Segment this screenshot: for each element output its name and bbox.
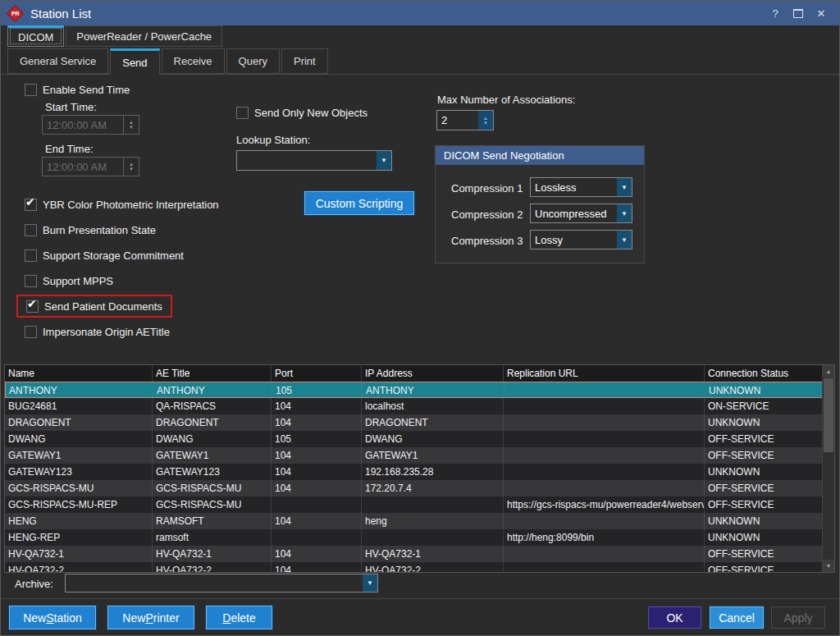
table-row[interactable]: ANTHONYANTHONY105ANTHONYUNKNOWN bbox=[5, 382, 834, 398]
table-row[interactable]: BUG24681QA-RISPACS104localhostON-SERVICE bbox=[5, 398, 834, 414]
dropdown-arrow-icon[interactable]: ▼ bbox=[617, 204, 632, 222]
checkbox[interactable] bbox=[25, 224, 37, 236]
table-cell: 104 bbox=[272, 513, 362, 529]
checkbox[interactable] bbox=[25, 326, 37, 338]
start-time-spinner[interactable]: ▲▼ bbox=[123, 116, 139, 134]
help-icon[interactable]: ? bbox=[764, 4, 787, 22]
column-header[interactable]: Name bbox=[5, 365, 153, 382]
table-cell bbox=[504, 546, 705, 562]
tab-dicom[interactable]: DICOM bbox=[7, 25, 64, 47]
table-cell: GCS-RISPACS-MU-REP bbox=[5, 496, 153, 513]
apply-button: Apply bbox=[771, 606, 825, 629]
table-cell: BUG24681 bbox=[5, 398, 153, 414]
column-header[interactable]: AE Title bbox=[153, 365, 272, 382]
checkbox-option[interactable]: Support MPPS bbox=[16, 269, 121, 292]
checkbox[interactable] bbox=[25, 249, 37, 262]
compression2-select[interactable]: Uncompressed ▼ bbox=[530, 204, 632, 223]
send-only-new-objects-checkbox[interactable] bbox=[236, 107, 249, 119]
tab-print[interactable]: Print bbox=[281, 48, 328, 74]
vertical-scrollbar[interactable]: ▲ ▼ bbox=[822, 365, 834, 572]
send-only-new-objects-option[interactable]: Send Only New Objects bbox=[228, 101, 376, 124]
checkbox-option[interactable]: Send Patient Documents bbox=[16, 295, 172, 318]
scroll-up-icon[interactable]: ▲ bbox=[823, 365, 834, 377]
custom-scripting-button[interactable]: Custom Scripting bbox=[304, 191, 414, 215]
column-header[interactable]: Connection Status bbox=[705, 365, 823, 382]
table-row[interactable]: GATEWAY1GATEWAY1104GATEWAY1OFF-SERVICE bbox=[5, 447, 834, 464]
checkbox-option[interactable]: YBR Color Photometric Interpretation bbox=[16, 193, 227, 216]
tab-query[interactable]: Query bbox=[226, 48, 280, 74]
table-cell bbox=[504, 562, 705, 573]
table-cell: UNKNOWN bbox=[705, 382, 824, 397]
table-cell bbox=[504, 431, 705, 447]
table-cell: GATEWAY1 bbox=[153, 447, 272, 464]
table-row[interactable]: HV-QA732-1HV-QA732-1104HV-QA732-1OFF-SER… bbox=[5, 546, 834, 562]
table-cell bbox=[362, 496, 504, 513]
table-cell: HENG bbox=[5, 513, 153, 529]
start-time-input[interactable]: 12:00:00 AM ▲▼ bbox=[42, 115, 139, 135]
tab-powerreader-powercache[interactable]: PowerReader / PowerCache bbox=[66, 25, 222, 47]
dropdown-arrow-icon[interactable]: ▼ bbox=[617, 231, 632, 249]
tab-send[interactable]: Send bbox=[110, 48, 159, 75]
compression3-select[interactable]: Lossy ▼ bbox=[530, 230, 632, 249]
lookup-station-select[interactable]: ▼ bbox=[236, 150, 392, 171]
table-row[interactable]: HV-QA732-2HV-QA732-2104HV-QA732-2OFF-SER… bbox=[5, 562, 834, 573]
table-row[interactable]: HENGRAMSOFT104hengUNKNOWN bbox=[5, 513, 834, 529]
delete-button[interactable]: Delete bbox=[206, 606, 272, 629]
checkbox-option[interactable]: Burn Presentation State bbox=[16, 218, 164, 241]
table-body: ANTHONYANTHONY105ANTHONYUNKNOWNBUG24681Q… bbox=[5, 382, 834, 573]
send-only-new-objects-label: Send Only New Objects bbox=[254, 107, 368, 119]
column-header[interactable]: IP Address bbox=[362, 365, 504, 382]
table-cell bbox=[504, 382, 705, 397]
ok-button[interactable]: OK bbox=[648, 606, 701, 629]
column-header[interactable]: Replication URL bbox=[504, 365, 705, 382]
checkbox-label: Impersonate Origin AETitle bbox=[43, 326, 170, 338]
max-associations-spinner[interactable]: ▲▼ bbox=[478, 111, 493, 130]
checkbox-option[interactable]: Support Storage Commitment bbox=[16, 244, 192, 267]
enable-send-time-checkbox[interactable] bbox=[25, 84, 37, 96]
table-cell: GATEWAY123 bbox=[5, 464, 153, 480]
tab-general-service[interactable]: General Service bbox=[7, 48, 108, 74]
table-row[interactable]: DRAGONENTDRAGONENT104DRAGONENTUNKNOWN bbox=[5, 414, 834, 431]
compression1-select[interactable]: Lossless ▼ bbox=[530, 177, 632, 197]
checkbox[interactable] bbox=[26, 300, 39, 313]
compression2-label: Compression 2 bbox=[451, 208, 523, 221]
new-printer-button[interactable]: New Printer bbox=[107, 606, 194, 629]
scroll-down-icon[interactable]: ▼ bbox=[823, 560, 834, 572]
maximize-icon[interactable] bbox=[787, 4, 810, 22]
tab-receive[interactable]: Receive bbox=[162, 48, 225, 74]
table-cell: GCS-RISPACS-MU bbox=[5, 480, 153, 496]
checkbox[interactable] bbox=[25, 275, 37, 287]
column-header[interactable]: Port bbox=[272, 365, 362, 382]
archive-select[interactable]: ▼ bbox=[65, 574, 378, 593]
table-row[interactable]: HENG-REPramsofthttp://heng:8099/binUNKNO… bbox=[5, 529, 834, 546]
table-row[interactable]: GCS-RISPACS-MUGCS-RISPACS-MU104172.20.7.… bbox=[5, 480, 834, 496]
enable-send-time-option[interactable]: Enable Send Time bbox=[16, 78, 138, 101]
table-row[interactable]: GCS-RISPACS-MU-REPGCS-RISPACS-MUhttps://… bbox=[5, 496, 834, 513]
checkbox-option[interactable]: Impersonate Origin AETitle bbox=[16, 320, 178, 343]
table-cell: QA-RISPACS bbox=[153, 398, 272, 414]
end-time-input[interactable]: 12:00:00 AM ▲▼ bbox=[42, 157, 139, 176]
dropdown-arrow-icon[interactable]: ▼ bbox=[363, 574, 377, 592]
table-cell: 104 bbox=[272, 480, 362, 496]
table-cell: 104 bbox=[272, 414, 362, 431]
new-station-button[interactable]: New Station bbox=[9, 606, 96, 629]
close-icon[interactable]: ✕ bbox=[810, 4, 833, 22]
dropdown-arrow-icon[interactable]: ▼ bbox=[617, 178, 632, 196]
table-cell: GATEWAY1 bbox=[5, 447, 153, 464]
checkbox[interactable] bbox=[25, 199, 37, 211]
table-cell bbox=[504, 398, 705, 414]
table-cell: UNKNOWN bbox=[705, 513, 823, 529]
dropdown-arrow-icon[interactable]: ▼ bbox=[377, 151, 391, 170]
table-row[interactable]: DWANGDWANG105DWANGOFF-SERVICE bbox=[5, 431, 834, 447]
table-row[interactable]: GATEWAY123GATEWAY123104192.168.235.28UNK… bbox=[5, 464, 834, 480]
table-cell: ON-SERVICE bbox=[705, 398, 823, 414]
end-time-spinner[interactable]: ▲▼ bbox=[123, 158, 139, 176]
scrollbar-thumb[interactable] bbox=[824, 378, 833, 452]
cancel-button[interactable]: Cancel bbox=[710, 606, 764, 629]
table-cell: OFF-SERVICE bbox=[705, 496, 823, 513]
table-cell: 104 bbox=[272, 447, 362, 464]
compression3-label: Compression 3 bbox=[451, 235, 523, 247]
table-cell bbox=[504, 480, 705, 496]
main-tab-strip: DICOM PowerReader / PowerCache bbox=[7, 25, 222, 47]
max-associations-input[interactable]: 2 ▲▼ bbox=[436, 110, 494, 130]
